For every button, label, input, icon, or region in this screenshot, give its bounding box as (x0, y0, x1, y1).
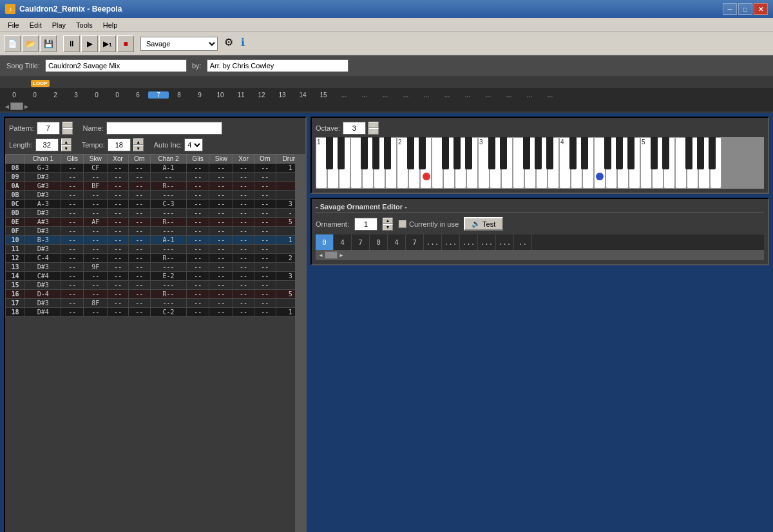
cell-data[interactable]: -- (254, 299, 276, 308)
table-row[interactable]: 18D#4--------C-2--------1 (6, 308, 305, 317)
autoinc-select[interactable]: 4128 (184, 138, 203, 151)
cell-data[interactable]: -- (61, 272, 84, 281)
cell-data[interactable]: A-3 (25, 200, 61, 209)
black-key[interactable] (581, 137, 588, 169)
timeline-number-22[interactable]: ... (457, 91, 478, 99)
table-row[interactable]: 11D#3------------------- (6, 245, 305, 254)
test-button[interactable]: 🔊 Test (464, 217, 503, 231)
cell-data[interactable]: -- (254, 308, 276, 317)
cell-data[interactable]: -- (128, 164, 150, 173)
table-row[interactable]: 12C-4--------R----------2 (6, 254, 305, 263)
table-row[interactable]: 08G-3--CF----A-1--------1 (6, 164, 305, 173)
cell-data[interactable]: D-4 (25, 290, 61, 299)
cell-data[interactable]: -- (254, 164, 276, 173)
timeline-number-8[interactable]: 8 (169, 91, 189, 99)
cell-data[interactable]: -- (209, 191, 233, 200)
black-key[interactable] (453, 137, 461, 169)
cell-data[interactable]: -- (61, 209, 84, 218)
ornament-cell[interactable]: 4 (388, 234, 406, 250)
cell-data[interactable]: -- (187, 290, 209, 299)
menu-edit[interactable]: Edit (24, 20, 47, 30)
menu-file[interactable]: File (3, 20, 24, 30)
table-row[interactable]: 0FD#3------------------- (6, 227, 305, 236)
cell-data[interactable]: A#3 (25, 218, 61, 227)
cell-data[interactable]: -- (233, 191, 254, 200)
cell-data[interactable]: D#4 (25, 308, 61, 317)
cell-data[interactable]: -- (84, 191, 108, 200)
timeline-number-5[interactable]: 0 (107, 91, 128, 99)
cell-data[interactable]: -- (254, 200, 276, 209)
ornament-down[interactable]: ▼ (383, 224, 393, 231)
ornament-cell[interactable]: ... (442, 234, 460, 250)
cell-data[interactable]: -- (209, 290, 233, 299)
cell-data[interactable]: -- (61, 200, 84, 209)
black-key[interactable] (407, 137, 414, 169)
play-pattern-button[interactable]: ▶₁ (99, 35, 116, 52)
table-row[interactable]: 0EA#3--AF----R----------5 (6, 218, 305, 227)
cell-data[interactable]: C-2 (150, 308, 186, 317)
timeline-number-16[interactable]: ... (334, 91, 354, 99)
black-key[interactable] (535, 137, 542, 169)
black-key[interactable] (546, 137, 553, 169)
cell-data[interactable]: -- (233, 173, 254, 182)
timeline-number-3[interactable]: 3 (66, 91, 86, 99)
black-key[interactable] (569, 137, 577, 169)
cell-data[interactable]: D#3 (25, 209, 61, 218)
pattern-name-input[interactable] (106, 122, 222, 135)
ornament-cell[interactable]: ... (460, 234, 478, 250)
timeline-number-25[interactable]: ... (519, 91, 540, 99)
cell-data[interactable]: -- (233, 281, 254, 290)
cell-data[interactable]: -- (108, 218, 128, 227)
cell-data[interactable]: -- (254, 263, 276, 272)
cell-data[interactable]: C-4 (25, 254, 61, 263)
cell-data[interactable]: -- (209, 182, 233, 191)
cell-data[interactable]: -- (108, 200, 128, 209)
timeline-number-21[interactable]: ... (437, 91, 457, 99)
timeline-number-24[interactable]: ... (499, 91, 519, 99)
cell-data[interactable]: -- (108, 173, 128, 182)
ornament-input[interactable] (354, 218, 377, 231)
cell-data[interactable]: -- (128, 263, 150, 272)
currently-use-checkbox[interactable] (398, 220, 406, 228)
timeline-number-17[interactable]: ... (354, 91, 375, 99)
black-key[interactable] (709, 137, 716, 169)
cell-data[interactable]: -- (61, 290, 84, 299)
cell-data[interactable]: -- (254, 272, 276, 281)
timeline-number-2[interactable]: 2 (45, 91, 66, 99)
timeline-number-26[interactable]: ... (540, 91, 560, 99)
cell-data[interactable]: -- (84, 254, 108, 263)
ornament-cell[interactable]: ... (496, 234, 514, 250)
menu-play[interactable]: Play (47, 20, 71, 30)
timeline-number-9[interactable]: 9 (189, 91, 210, 99)
table-row[interactable]: 0BD#3------------------- (6, 191, 305, 200)
cell-data[interactable]: -- (108, 281, 128, 290)
cell-data[interactable]: CF (84, 164, 108, 173)
cell-data[interactable]: G#3 (25, 182, 61, 191)
cell-data[interactable]: R-- (150, 290, 186, 299)
cell-data[interactable]: G-3 (25, 164, 61, 173)
cell-data[interactable]: BF (84, 182, 108, 191)
cell-data[interactable]: -- (254, 182, 276, 191)
cell-data[interactable]: -- (108, 182, 128, 191)
timeline-number-0[interactable]: 0 (4, 91, 24, 99)
cell-data[interactable]: -- (254, 173, 276, 182)
length-down[interactable]: ▼ (61, 145, 72, 151)
orn-scroll-left[interactable]: ◄ (317, 252, 325, 258)
cell-data[interactable]: R-- (150, 182, 186, 191)
cell-data[interactable]: -- (187, 164, 209, 173)
cell-data[interactable]: -- (84, 290, 108, 299)
info-button[interactable]: ℹ (241, 36, 256, 52)
cell-data[interactable]: -- (254, 281, 276, 290)
cell-data[interactable]: -- (233, 290, 254, 299)
black-key[interactable] (627, 137, 635, 169)
cell-data[interactable]: --- (150, 209, 186, 218)
cell-data[interactable]: -- (108, 227, 128, 236)
cell-data[interactable]: D#3 (25, 281, 61, 290)
tempo-up[interactable]: ▲ (133, 138, 144, 145)
black-key[interactable] (384, 137, 391, 169)
cell-data[interactable]: -- (128, 218, 150, 227)
cell-data[interactable]: -- (187, 245, 209, 254)
black-key[interactable] (442, 137, 449, 169)
cell-data[interactable]: -- (128, 254, 150, 263)
cell-data[interactable]: -- (233, 182, 254, 191)
